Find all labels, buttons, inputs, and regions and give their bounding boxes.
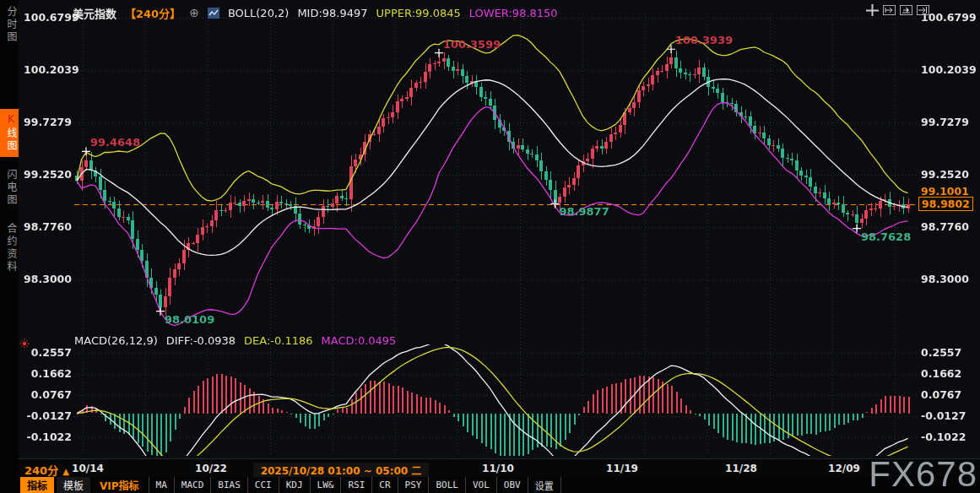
indicator-settings-icon[interactable] [19,336,30,346]
x-axis-date-label: 11/10 [464,463,532,474]
x-axis-date-label: 12/09 [810,463,878,474]
indicator-button-psy[interactable]: PSY [398,477,429,493]
chart-pane-icons [865,3,930,17]
x-axis-date-label: 11/28 [707,463,775,474]
add-indicator-icon[interactable]: ⊕ [189,8,199,19]
sidebar-tab-contract-info[interactable]: 合约资料 [0,219,19,278]
indicator-button-obv[interactable]: OBV [496,477,528,493]
selected-candle-time-label: 2025/10/28 01:00 ~ 05:00 二 [253,463,429,477]
indicator-button-kdj[interactable]: KDJ [279,477,310,493]
bottom-toolbar: 指标模板VIP指标MAMACDBIASCCIKDJLW&RSICRPSYBOLL… [19,477,980,493]
left-sidebar: 分时图K线图闪电图合约资料 [0,0,19,493]
toolbar-tab-template[interactable]: 模板 [57,477,90,493]
sidebar-tab-time-chart[interactable]: 分时图 [0,2,19,48]
kline-chart-app: 100.6799100.6799100.2039100.203999.72799… [0,0,980,493]
toolbar-tab-vip-indicator[interactable]: VIP指标 [93,477,146,493]
crosshair-icon[interactable] [865,3,880,17]
scroll-right-icon[interactable] [899,3,913,17]
sidebar-tab-kline-chart[interactable]: K线图 [0,109,19,157]
indicator-button-vol[interactable]: VOL [465,477,496,493]
sidebar-tab-flash-chart[interactable]: 闪电图 [0,165,19,211]
boll-params-label: BOLL(20,2) [228,7,290,19]
macd-dea-value: DEA:-0.1186 [244,334,312,347]
boll-mid-value: MID:98.9497 [297,7,367,19]
toolbar-tab-indicator[interactable]: 指标 [20,477,54,493]
indicator-chart-icon [208,8,219,19]
x-axis-date-label: 11/19 [588,463,656,474]
expand-right-icon[interactable] [916,3,930,17]
chart-header: 美元指数 【240分】 ⊕ BOLL(20,2) MID:98.9497 UPP… [73,5,558,21]
macd-diff-value: DIFF:-0.0938 [166,334,236,347]
indicator-button-macd[interactable]: MACD [174,477,211,493]
indicator-button-ma[interactable]: MA [149,477,174,493]
boll-lower-value: LOWER:98.8150 [469,7,558,19]
period-badge[interactable]: 【240分】 [125,5,181,21]
indicator-button-cr[interactable]: CR [371,477,397,493]
sidebar-tab-accent: K [5,113,17,127]
x-axis-row: 240分▲ 10/1410/222025/10/28 01:00 ~ 05:00… [19,458,980,478]
scroll-left-icon[interactable] [882,3,896,17]
indicator-button-cci[interactable]: CCI [247,477,279,493]
boll-upper-value: UPPER:99.0845 [376,7,461,19]
indicator-button-settings[interactable]: 设置 [528,477,561,493]
macd-header: MACD(26,12,9) DIFF:-0.0938 DEA:-0.1186 M… [74,334,396,347]
watermark: FX678 [869,458,977,491]
indicator-button-rsi[interactable]: RSI [340,477,371,493]
candlestick-chart-canvas[interactable] [0,0,980,493]
x-axis-date-label: 10/14 [54,463,122,474]
indicator-button-lw[interactable]: LW& [310,477,341,493]
macd-params-label: MACD(26,12,9) [74,334,158,347]
x-axis-date-label: 10/22 [177,463,245,474]
symbol-name: 美元指数 [73,5,116,21]
indicator-button-boll[interactable]: BOLL [428,477,465,493]
macd-bar-value: MACD:0.0495 [322,334,397,347]
indicator-button-bias[interactable]: BIAS [210,477,247,493]
